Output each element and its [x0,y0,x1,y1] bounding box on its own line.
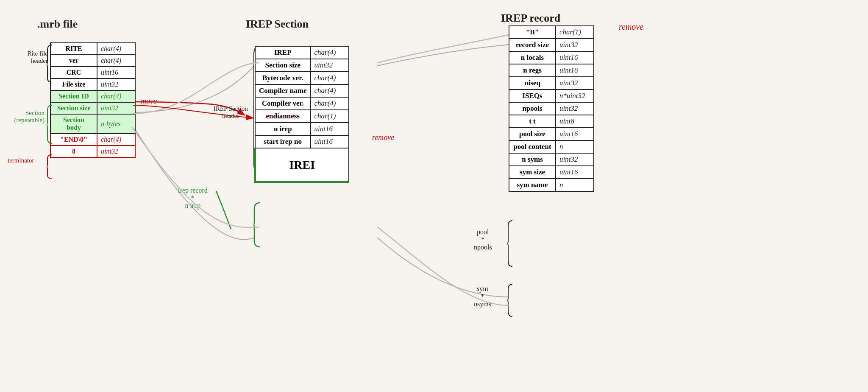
table-row: Compiler ver. char(4) [255,97,349,110]
table-row: sym name n [509,179,594,191]
table-row: CRC uint16 [50,67,135,78]
cell-compiler-ver-type: char(4) [311,97,349,110]
cell-record-size-type: uint32 [556,39,594,51]
table-row: t t uint8 [509,115,594,128]
table-row: n syms uint32 [509,153,594,166]
cell-section-size-type: uint32 [97,102,135,114]
table-row: n regs uint16 [509,64,594,77]
cell-rite-type: char(4) [97,43,135,55]
cell-crc-type: uint16 [97,67,135,78]
table-row: ver char(4) [50,55,135,67]
irep-section-header-label: IREP Sectionheader [214,105,248,120]
cell-pool-content-type: n [556,140,594,153]
cell-nlocals-type: uint16 [556,51,594,64]
section-brace [46,104,53,145]
terminator-label: terminator [8,157,34,164]
cell-section-size-irep-type: uint32 [311,59,349,72]
cell-section-size: Section size [50,102,97,114]
terminator-brace [46,154,53,179]
cell-niseq: niseq [509,77,556,90]
cell-iseqs-type: n*uint32 [556,90,594,102]
irei-brace [253,202,262,248]
sym-brace [506,283,514,317]
table-row: ISEQs n*uint32 [509,90,594,102]
table-row: File size uint32 [50,78,135,90]
cell-endianness: endianness [255,110,311,123]
cell-bytecode-ver: Bytecode ver. [255,72,311,84]
cell-ver-type: char(4) [97,55,135,67]
cell-irep: IREP [255,46,311,59]
pool-brace [506,220,514,267]
cell-pool-size: pool size [509,128,556,140]
cell-pool-size-type: uint16 [556,128,594,140]
table-row-section-size: Section size uint32 [50,102,135,114]
section-repeatable-label: Section(repeatable) [0,109,45,124]
cell-ver: ver [50,55,97,67]
table-row-terminator-val: 8 uint32 [50,146,135,157]
table-row-irei: IREI [255,148,349,182]
cell-record-size: record size [509,39,556,51]
cell-start-irep-no: start irep no [255,135,311,148]
table-row: Bytecode ver. char(4) [255,72,349,84]
cell-tt: t t [509,115,556,128]
cell-sym-size-type: uint16 [556,166,594,179]
cell-8: 8 [50,146,97,157]
cell-npools: npools [509,102,556,115]
cell-nlocals: n locals [509,51,556,64]
table-row: IREP char(4) [255,46,349,59]
cell-end-type: char(4) [97,134,135,146]
irep-record-label: irep record*n irep [178,187,208,210]
cell-filesize: File size [50,78,97,90]
cell-nsyms: n syms [509,153,556,166]
table-row: n locals uint16 [509,51,594,64]
cell-sym-size: sym size [509,166,556,179]
rite-header-brace [46,44,53,82]
irep-section-title: IREP Section [246,18,309,31]
table-row: Section size uint32 [255,59,349,72]
table-row: pool size uint16 [509,128,594,140]
cell-b-type: char(1) [556,26,594,39]
cell-end: "END\0" [50,134,97,146]
cell-irep-type: char(4) [311,46,349,59]
cell-endianness-type: char(1) [311,110,349,123]
rite-file-header-label: Rite fileheader [3,50,48,64]
irep-record-table: "B" char(1) record size uint32 n locals … [509,25,594,192]
cell-nregs-type: uint16 [556,64,594,77]
cell-rite: RITE [50,43,97,55]
cell-nirep-type: uint16 [311,123,349,135]
cell-compiler-name-type: char(4) [311,84,349,97]
cell-nsyms-type: uint32 [556,153,594,166]
table-row-endianness: endianness char(1) [255,110,349,123]
table-row: n irep uint16 [255,123,349,135]
remove-label-endianness: remove [372,133,394,142]
cell-nregs: n regs [509,64,556,77]
cell-nirep: n irep [255,123,311,135]
cell-section-body: Sectionbody [50,114,97,134]
cell-compiler-ver: Compiler ver. [255,97,311,110]
table-row: start irep no uint16 [255,135,349,148]
sym-nsyms-label: sym*nsyms [474,285,491,308]
cell-tt-type: uint8 [556,115,594,128]
cell-crc: CRC [50,67,97,78]
table-row: sym size uint16 [509,166,594,179]
cell-bytecode-ver-type: char(4) [311,72,349,84]
cell-b: "B" [509,26,556,39]
table-row-section-id: Section ID char(4) [50,90,135,102]
irep-record-title: IREP record [501,12,560,25]
table-row: record size uint32 [509,39,594,51]
cell-section-body-type: n-bytes [97,114,135,134]
cell-section-id-type: char(4) [97,90,135,102]
irep-section-table: IREP char(4) Section size uint32 Bytecod… [254,46,349,183]
cell-pool-content: pool content [509,140,556,153]
table-row: niseq uint32 [509,77,594,90]
cell-niseq-type: uint32 [556,77,594,90]
cell-section-size-irep: Section size [255,59,311,72]
cell-start-irep-no-type: uint16 [311,135,349,148]
cell-sym-name: sym name [509,179,556,191]
table-row: Compiler name char(4) [255,84,349,97]
table-row: RITE char(4) [50,43,135,55]
cell-8-type: uint32 [97,146,135,157]
mrb-file-table: RITE char(4) ver char(4) CRC uint16 File… [50,42,136,158]
table-row-terminator-id: "END\0" char(4) [50,134,135,146]
pool-npools-label: pool*npools [474,228,492,251]
